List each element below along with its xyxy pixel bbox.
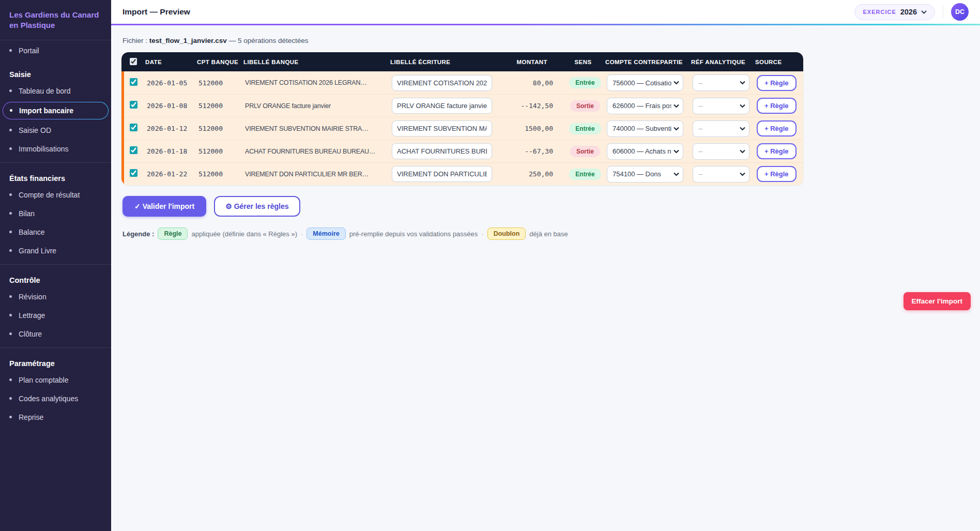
row-checkbox[interactable] <box>130 146 137 154</box>
col-header-ref-analytique: RÉF ANALYTIQUE <box>690 59 754 65</box>
sidebar-heading-parametrage: Paramétrage <box>0 349 111 371</box>
sidebar-divider <box>0 40 111 40</box>
sidebar-item-plan-comptable[interactable]: Plan comptable <box>0 371 111 389</box>
sidebar-item-label: Grand Livre <box>19 247 56 255</box>
chevron-down-icon <box>921 10 927 14</box>
libelle-ecriture-input[interactable] <box>392 98 492 114</box>
libelle-ecriture-input[interactable] <box>392 120 492 136</box>
sidebar: Les Gardiens du Canard en Plastique Port… <box>0 0 111 531</box>
col-header-sens: SENS <box>561 59 604 65</box>
sidebar-item-label: Compte de résultat <box>19 191 80 199</box>
page-title: Import — Preview <box>122 7 190 17</box>
select-all-checkbox[interactable] <box>130 58 137 65</box>
contrepartie-select[interactable]: 626000 — Frais postaux <box>607 98 683 114</box>
sidebar-item-tableau-de-bord[interactable]: Tableau de bord <box>0 82 111 100</box>
bullet-icon <box>9 193 12 196</box>
legend-separator: · <box>481 230 483 238</box>
sidebar-item-grand-livre[interactable]: Grand Livre <box>0 242 111 260</box>
content: Fichier : test_flow_1_janvier.csv — 5 op… <box>111 25 980 531</box>
exercice-label: EXERCICE <box>863 9 896 15</box>
add-rule-button[interactable]: + Règle <box>757 166 797 182</box>
sidebar-item-cloture[interactable]: Clôture <box>0 325 111 343</box>
clear-import-button[interactable]: Effacer l'import <box>904 292 971 310</box>
exercice-selector[interactable]: EXERCICE 2026 <box>854 4 935 20</box>
cell-date: 2026-01-18 <box>147 147 198 155</box>
sidebar-heading-controle: Contrôle <box>0 266 111 287</box>
sidebar-item-immobilisations[interactable]: Immobilisations <box>0 140 111 158</box>
table-row: 2026-01-22 512000 VIREMENT DON PARTICULI… <box>124 162 803 185</box>
file-name: test_flow_1_janvier.csv <box>149 37 227 44</box>
row-checkbox[interactable] <box>130 124 137 131</box>
libelle-ecriture-input[interactable] <box>392 143 492 159</box>
col-header-libelle-banque: LIBELLÉ BANQUE <box>242 59 389 65</box>
sidebar-item-bilan[interactable]: Bilan <box>0 205 111 222</box>
add-rule-button[interactable]: + Règle <box>757 120 797 136</box>
cell-libelle-banque: VIREMENT COTISATION 2026 LEGRAN… <box>245 79 392 86</box>
exercice-year: 2026 <box>900 8 917 16</box>
legend-doublon-text: déjà en base <box>529 230 568 238</box>
add-rule-button[interactable]: + Règle <box>757 75 797 91</box>
sidebar-divider <box>0 162 111 163</box>
cell-montant: 250,00 <box>510 170 563 178</box>
sidebar-item-saisie-od[interactable]: Saisie OD <box>0 122 111 139</box>
ref-analytique-select[interactable]: -- <box>693 120 749 137</box>
sidebar-item-label: Plan comptable <box>19 376 69 384</box>
libelle-ecriture-input[interactable] <box>392 75 492 91</box>
gear-icon: ⚙ <box>225 202 232 210</box>
cell-montant: 80,00 <box>510 79 563 87</box>
legend-label: Légende : <box>122 230 154 238</box>
app-title: Les Gardiens du Canard en Plastique <box>0 0 111 39</box>
cell-montant: --67,30 <box>510 147 563 155</box>
libelle-ecriture-input[interactable] <box>392 166 492 182</box>
contrepartie-select[interactable]: 754100 — Dons <box>607 166 683 183</box>
file-info-suffix: — 5 opérations détectées <box>229 37 309 44</box>
sens-badge: Entrée <box>569 169 601 180</box>
ref-analytique-select[interactable]: -- <box>693 74 749 91</box>
table-row: 2026-01-18 512000 ACHAT FOURNITURES BURE… <box>124 140 803 162</box>
sidebar-item-revision[interactable]: Révision <box>0 288 111 306</box>
sidebar-item-reprise[interactable]: Reprise <box>0 408 111 426</box>
row-checkbox[interactable] <box>130 101 137 109</box>
sidebar-item-portail[interactable]: Portail <box>0 42 111 59</box>
contrepartie-select[interactable]: 740000 — Subventions <box>607 120 683 137</box>
row-checkbox[interactable] <box>130 169 137 177</box>
add-rule-button[interactable]: + Règle <box>757 98 797 114</box>
sidebar-item-lettrage[interactable]: Lettrage <box>0 307 111 324</box>
table-body: 2026-01-05 512000 VIREMENT COTISATION 20… <box>121 71 803 185</box>
sidebar-item-codes-analytiques[interactable]: Codes analytiques <box>0 390 111 407</box>
legend-memoire-badge: Mémoire <box>307 227 345 240</box>
cell-cpt-banque: 512000 <box>198 170 245 178</box>
sidebar-item-import-bancaire[interactable]: Import bancaire <box>3 102 109 119</box>
ref-analytique-select[interactable]: -- <box>693 166 749 183</box>
contrepartie-select[interactable]: 756000 — Cotisations <box>607 74 683 91</box>
sidebar-heading-saisie: Saisie <box>0 60 111 82</box>
sidebar-item-balance[interactable]: Balance <box>0 223 111 241</box>
action-bar: ✓ Valider l'import ⚙ Gérer les règles <box>122 196 971 217</box>
bullet-icon <box>9 295 12 298</box>
add-rule-button[interactable]: + Règle <box>757 143 797 159</box>
bullet-icon <box>9 89 12 92</box>
sidebar-divider <box>0 264 111 265</box>
check-icon: ✓ <box>134 202 141 210</box>
bullet-icon <box>9 416 12 418</box>
avatar[interactable]: DC <box>951 3 969 21</box>
sidebar-item-label: Import bancaire <box>19 107 73 115</box>
bullet-icon <box>9 397 12 400</box>
sidebar-item-label: Bilan <box>19 209 35 218</box>
contrepartie-select[interactable]: 606000 — Achats non st <box>607 143 683 160</box>
bullet-icon <box>9 231 12 233</box>
sidebar-item-label: Immobilisations <box>19 145 68 153</box>
col-header-compte-contrepartie: COMPTE CONTREPARTIE <box>604 59 690 65</box>
validate-import-button[interactable]: ✓ Valider l'import <box>122 196 206 217</box>
col-header-libelle-ecriture: LIBELLÉ ÉCRITURE <box>389 59 507 65</box>
manage-rules-button[interactable]: ⚙ Gérer les règles <box>214 196 300 217</box>
ref-analytique-select[interactable]: -- <box>693 143 749 160</box>
table-row: 2026-01-08 512000 PRLV ORANGE facture ja… <box>124 94 803 117</box>
cell-date: 2026-01-22 <box>147 170 198 178</box>
sidebar-item-compte-de-resultat[interactable]: Compte de résultat <box>0 186 111 204</box>
ref-analytique-select[interactable]: -- <box>693 98 749 114</box>
row-checkbox[interactable] <box>130 78 137 86</box>
sidebar-divider <box>0 347 111 348</box>
clear-import-row: Effacer l'import <box>121 292 971 310</box>
sidebar-item-label: Saisie OD <box>19 126 51 134</box>
